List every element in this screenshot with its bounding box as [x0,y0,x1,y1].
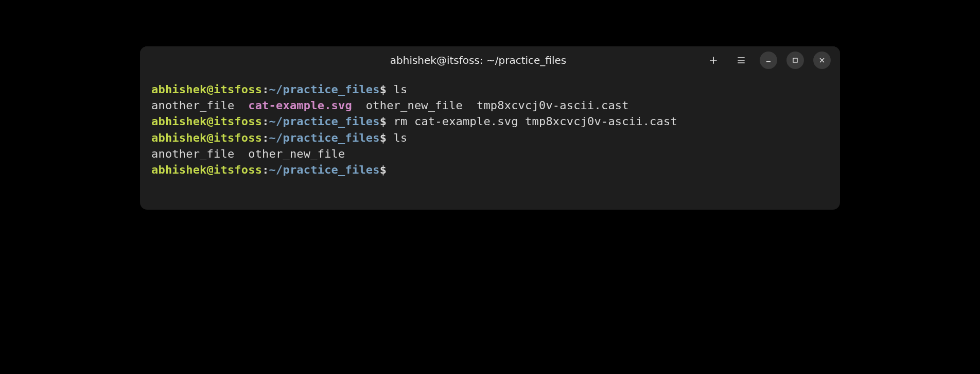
terminal-window: abhishek@itsfoss: ~/practice_files abhis… [140,46,840,210]
titlebar-controls [704,51,831,70]
prompt-colon: : [262,163,269,176]
prompt-dollar: $ [380,131,387,144]
prompt-user: abhishek [151,131,207,144]
prompt-host: itsfoss [214,115,262,128]
prompt-user: abhishek [151,115,207,128]
prompt-dollar: $ [380,83,387,96]
window-title: abhishek@itsfoss: ~/practice_files [154,54,704,66]
prompt-dollar: $ [380,115,387,128]
prompt-dollar: $ [380,163,387,176]
output-text: another_file other_new_file [151,147,345,160]
prompt-path: ~/practice_files [269,115,380,128]
terminal-body[interactable]: abhishek@itsfoss:~/practice_files$ ls an… [140,74,840,210]
prompt-at: @ [207,115,214,128]
prompt-line-1: abhishek@itsfoss:~/practice_files$ ls [151,81,829,97]
file-svg: cat-example.svg [248,99,352,112]
prompt-user: abhishek [151,163,207,176]
prompt-host: itsfoss [214,163,262,176]
command-2: rm cat-example.svg tmp8xcvcj0v-ascii.cas… [387,115,677,128]
output-line-1: another_file cat-example.svg other_new_f… [151,97,829,113]
prompt-path: ~/practice_files [269,83,380,96]
new-tab-icon[interactable] [704,51,723,70]
close-icon[interactable] [813,52,831,69]
command-1: ls [387,83,407,96]
menu-icon[interactable] [732,51,750,70]
prompt-at: @ [207,131,214,144]
svg-rect-6 [793,58,797,62]
prompt-at: @ [207,163,214,176]
command-4 [387,163,393,176]
prompt-line-4: abhishek@itsfoss:~/practice_files$ [151,162,829,178]
prompt-line-2: abhishek@itsfoss:~/practice_files$ rm ca… [151,113,829,129]
prompt-path: ~/practice_files [269,131,380,144]
prompt-path: ~/practice_files [269,163,380,176]
prompt-user: abhishek [151,83,207,96]
output-line-2: another_file other_new_file [151,146,829,162]
titlebar: abhishek@itsfoss: ~/practice_files [140,46,840,74]
maximize-icon[interactable] [786,52,804,69]
minimize-icon[interactable] [760,52,777,69]
prompt-colon: : [262,83,269,96]
prompt-colon: : [262,115,269,128]
prompt-colon: : [262,131,269,144]
prompt-host: itsfoss [214,131,262,144]
prompt-host: itsfoss [214,83,262,96]
prompt-at: @ [207,83,214,96]
output-text: other_new_file tmp8xcvcj0v-ascii.cast [352,99,629,112]
prompt-line-3: abhishek@itsfoss:~/practice_files$ ls [151,130,829,146]
output-text: another_file [151,99,248,112]
command-3: ls [387,131,407,144]
